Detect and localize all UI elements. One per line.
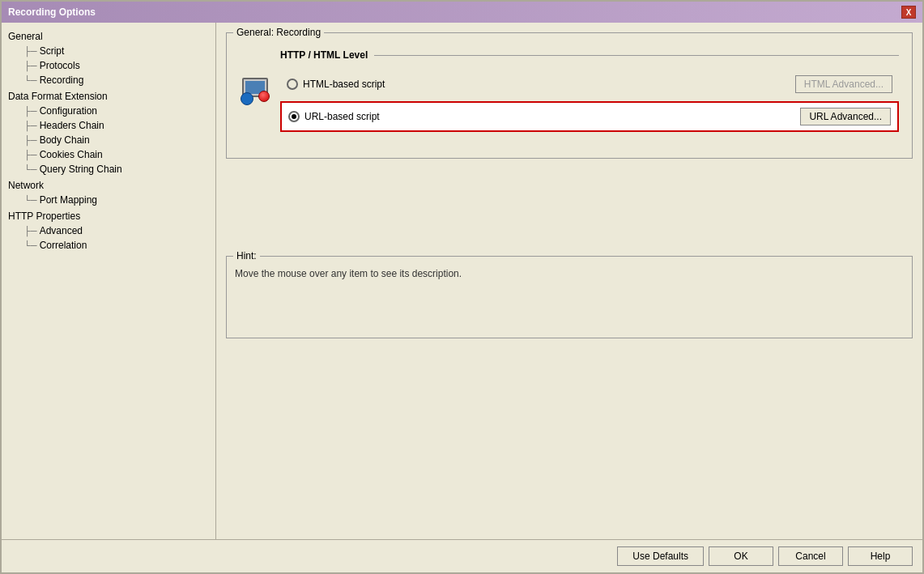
sidebar-item-cookies-chain[interactable]: ├─ Cookies Chain <box>2 147 215 162</box>
html-option-row[interactable]: HTML-based script HTML Advanced... <box>280 70 899 98</box>
body-chain-label: Body Chain <box>40 134 90 146</box>
bottom-bar: Use Defaults OK Cancel Help <box>2 539 922 572</box>
sidebar-item-port-mapping[interactable]: └─ Port Mapping <box>2 193 215 207</box>
correlation-label: Correlation <box>40 240 87 251</box>
sidebar-item-script[interactable]: ├─ Script <box>2 44 215 58</box>
protocols-label: Protocols <box>40 60 80 71</box>
general-recording-section: General: Recording <box>226 32 913 159</box>
level-header-area: HTTP / HTML Level HTML-based script HTML… <box>280 49 899 135</box>
configuration-label: Configuration <box>40 105 97 117</box>
headers-chain-label: Headers Chain <box>40 120 104 131</box>
hint-text: Move the mouse over any item to see its … <box>235 265 904 330</box>
use-defaults-button[interactable]: Use Defaults <box>617 546 704 566</box>
cookies-chain-label: Cookies Chain <box>40 149 103 160</box>
section-legend: General: Recording <box>233 27 324 38</box>
general-label: General <box>8 31 43 42</box>
level-divider <box>374 55 899 56</box>
title-bar: Recording Options X <box>2 2 922 23</box>
url-radio-btn[interactable] <box>288 111 300 122</box>
rec-icon-graphic <box>241 76 273 108</box>
red-dot-icon <box>258 91 270 102</box>
hint-legend: Hint: <box>233 250 260 261</box>
sidebar-item-http-properties[interactable]: HTTP Properties <box>2 209 215 223</box>
sidebar-item-recording[interactable]: └─ Recording <box>2 73 215 87</box>
recording-options-window: Recording Options X General ├─ Script ├─… <box>0 0 924 574</box>
html-radio-btn[interactable] <box>287 79 298 90</box>
sidebar-item-protocols[interactable]: ├─ Protocols <box>2 58 215 73</box>
sidebar-item-correlation[interactable]: └─ Correlation <box>2 238 215 253</box>
url-advanced-button[interactable]: URL Advanced... <box>800 108 891 125</box>
window-content: General ├─ Script ├─ Protocols └─ Record… <box>2 23 922 539</box>
close-button[interactable]: X <box>901 6 916 19</box>
level-header: HTTP / HTML Level <box>280 49 899 61</box>
sidebar-item-general[interactable]: General <box>2 29 215 44</box>
http-html-level-section: HTTP / HTML Level HTML-based script HTML… <box>240 49 899 135</box>
network-label: Network <box>8 180 44 191</box>
sidebar-item-query-string-chain[interactable]: └─ Query String Chain <box>2 162 215 176</box>
data-format-label: Data Format Extension <box>8 91 108 102</box>
cancel-button[interactable]: Cancel <box>778 546 843 566</box>
ok-button[interactable]: OK <box>709 546 773 566</box>
sidebar-item-data-format[interactable]: Data Format Extension <box>2 89 215 104</box>
html-option-label: HTML-based script <box>303 79 795 90</box>
html-advanced-button[interactable]: HTML Advanced... <box>795 75 892 93</box>
recording-label: Recording <box>40 74 84 86</box>
advanced-label: Advanced <box>40 225 83 236</box>
globe-icon <box>241 92 253 105</box>
sidebar-item-configuration[interactable]: ├─ Configuration <box>2 104 215 118</box>
recording-icon <box>240 75 274 109</box>
level-label: HTTP / HTML Level <box>280 49 368 61</box>
http-properties-label: HTTP Properties <box>8 210 80 222</box>
hint-section: Hint: Move the mouse over any item to se… <box>226 256 913 338</box>
query-string-chain-label: Query String Chain <box>40 164 122 175</box>
sidebar-item-body-chain[interactable]: ├─ Body Chain <box>2 133 215 147</box>
sidebar-item-headers-chain[interactable]: ├─ Headers Chain <box>2 118 215 133</box>
sidebar-item-advanced[interactable]: ├─ Advanced <box>2 223 215 238</box>
window-title: Recording Options <box>8 6 96 18</box>
main-panel: General: Recording <box>216 23 922 539</box>
port-mapping-label: Port Mapping <box>40 194 97 206</box>
help-button[interactable]: Help <box>848 546 913 566</box>
sidebar: General ├─ Script ├─ Protocols └─ Record… <box>2 23 216 539</box>
url-option-label: URL-based script <box>304 111 800 122</box>
url-option-row[interactable]: URL-based script URL Advanced... <box>280 101 899 132</box>
script-label: Script <box>40 45 65 57</box>
sidebar-item-network[interactable]: Network <box>2 178 215 193</box>
